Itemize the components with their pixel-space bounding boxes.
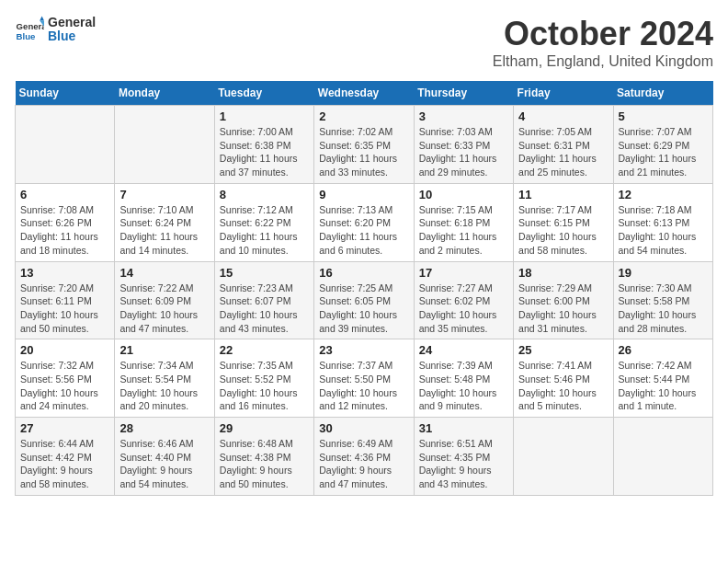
day-number: 18 (518, 266, 608, 280)
day-number: 6 (20, 188, 109, 201)
day-cell: 18Sunrise: 7:29 AM Sunset: 6:00 PM Dayli… (514, 261, 613, 339)
svg-text:Blue: Blue (17, 31, 36, 41)
day-number: 30 (319, 421, 408, 435)
day-cell: 6Sunrise: 7:08 AM Sunset: 6:26 PM Daylig… (16, 183, 115, 261)
day-info: Sunrise: 7:05 AM Sunset: 6:31 PM Dayligh… (518, 125, 608, 179)
day-cell (16, 106, 115, 184)
day-number: 28 (119, 421, 209, 435)
day-number: 22 (220, 343, 309, 357)
page-header: General Blue General Blue October 2024 E… (15, 15, 713, 70)
day-cell: 25Sunrise: 7:41 AM Sunset: 5:46 PM Dayli… (514, 339, 613, 418)
week-row-1: 1Sunrise: 7:00 AM Sunset: 6:38 PM Daylig… (16, 106, 713, 184)
day-cell: 16Sunrise: 7:25 AM Sunset: 6:05 PM Dayli… (314, 261, 414, 339)
day-cell: 24Sunrise: 7:39 AM Sunset: 5:48 PM Dayli… (414, 339, 513, 418)
week-row-4: 20Sunrise: 7:32 AM Sunset: 5:56 PM Dayli… (16, 339, 713, 418)
week-row-2: 6Sunrise: 7:08 AM Sunset: 6:26 PM Daylig… (16, 183, 713, 261)
header-day-wednesday: Wednesday (314, 81, 414, 106)
day-cell (115, 106, 214, 184)
day-number: 3 (419, 109, 508, 123)
day-number: 4 (518, 109, 608, 123)
day-info: Sunrise: 7:39 AM Sunset: 5:48 PM Dayligh… (419, 359, 508, 413)
day-cell: 7Sunrise: 7:10 AM Sunset: 6:24 PM Daylig… (115, 183, 214, 261)
day-cell: 29Sunrise: 6:48 AM Sunset: 4:38 PM Dayli… (214, 418, 313, 496)
day-cell: 31Sunrise: 6:51 AM Sunset: 4:35 PM Dayli… (414, 418, 513, 496)
day-number: 27 (20, 421, 109, 435)
day-cell: 21Sunrise: 7:34 AM Sunset: 5:54 PM Dayli… (115, 339, 214, 418)
header-day-sunday: Sunday (16, 81, 115, 106)
day-cell: 1Sunrise: 7:00 AM Sunset: 6:38 PM Daylig… (214, 106, 313, 184)
day-cell: 28Sunrise: 6:46 AM Sunset: 4:40 PM Dayli… (115, 418, 214, 496)
day-info: Sunrise: 7:07 AM Sunset: 6:29 PM Dayligh… (619, 125, 708, 179)
day-number: 10 (419, 188, 508, 201)
day-cell: 23Sunrise: 7:37 AM Sunset: 5:50 PM Dayli… (314, 339, 414, 418)
day-number: 13 (20, 266, 109, 280)
week-row-5: 27Sunrise: 6:44 AM Sunset: 4:42 PM Dayli… (16, 418, 713, 496)
day-info: Sunrise: 7:22 AM Sunset: 6:09 PM Dayligh… (119, 282, 209, 336)
day-number: 23 (319, 343, 408, 357)
day-number: 20 (20, 343, 109, 357)
day-cell: 14Sunrise: 7:22 AM Sunset: 6:09 PM Dayli… (115, 261, 214, 339)
day-cell: 17Sunrise: 7:27 AM Sunset: 6:02 PM Dayli… (414, 261, 513, 339)
header-day-thursday: Thursday (414, 81, 513, 106)
calendar-header: SundayMondayTuesdayWednesdayThursdayFrid… (16, 81, 713, 106)
day-info: Sunrise: 7:13 AM Sunset: 6:20 PM Dayligh… (319, 203, 408, 258)
day-cell: 2Sunrise: 7:02 AM Sunset: 6:35 PM Daylig… (314, 106, 414, 184)
day-number: 21 (119, 343, 209, 357)
day-number: 7 (119, 188, 209, 201)
day-cell: 10Sunrise: 7:15 AM Sunset: 6:18 PM Dayli… (414, 183, 513, 261)
day-info: Sunrise: 7:17 AM Sunset: 6:15 PM Dayligh… (518, 203, 608, 258)
day-cell: 30Sunrise: 6:49 AM Sunset: 4:36 PM Dayli… (314, 418, 414, 496)
day-cell: 19Sunrise: 7:30 AM Sunset: 5:58 PM Dayli… (613, 261, 712, 339)
day-info: Sunrise: 7:10 AM Sunset: 6:24 PM Dayligh… (119, 203, 209, 258)
header-day-monday: Monday (115, 81, 214, 106)
day-info: Sunrise: 7:03 AM Sunset: 6:33 PM Dayligh… (419, 125, 508, 179)
header-row: SundayMondayTuesdayWednesdayThursdayFrid… (16, 81, 713, 106)
day-info: Sunrise: 6:48 AM Sunset: 4:38 PM Dayligh… (220, 437, 309, 491)
day-info: Sunrise: 6:44 AM Sunset: 4:42 PM Dayligh… (20, 437, 109, 491)
day-info: Sunrise: 7:30 AM Sunset: 5:58 PM Dayligh… (619, 282, 708, 336)
day-cell: 9Sunrise: 7:13 AM Sunset: 6:20 PM Daylig… (314, 183, 414, 261)
logo: General Blue General Blue (15, 15, 96, 44)
day-cell: 8Sunrise: 7:12 AM Sunset: 6:22 PM Daylig… (214, 183, 313, 261)
day-cell: 4Sunrise: 7:05 AM Sunset: 6:31 PM Daylig… (514, 106, 613, 184)
day-info: Sunrise: 7:27 AM Sunset: 6:02 PM Dayligh… (419, 282, 508, 336)
day-info: Sunrise: 7:42 AM Sunset: 5:44 PM Dayligh… (619, 359, 708, 413)
day-cell: 15Sunrise: 7:23 AM Sunset: 6:07 PM Dayli… (214, 261, 313, 339)
day-info: Sunrise: 7:25 AM Sunset: 6:05 PM Dayligh… (319, 282, 408, 336)
day-cell: 26Sunrise: 7:42 AM Sunset: 5:44 PM Dayli… (613, 339, 712, 418)
day-number: 12 (619, 188, 708, 201)
day-info: Sunrise: 6:51 AM Sunset: 4:35 PM Dayligh… (419, 437, 508, 491)
day-info: Sunrise: 7:12 AM Sunset: 6:22 PM Dayligh… (220, 203, 309, 258)
day-info: Sunrise: 7:20 AM Sunset: 6:11 PM Dayligh… (20, 282, 109, 336)
day-number: 14 (119, 266, 209, 280)
day-info: Sunrise: 7:37 AM Sunset: 5:50 PM Dayligh… (319, 359, 408, 413)
day-number: 31 (419, 421, 508, 435)
location: Eltham, England, United Kingdom (493, 53, 713, 70)
day-info: Sunrise: 7:32 AM Sunset: 5:56 PM Dayligh… (20, 359, 109, 413)
day-cell: 5Sunrise: 7:07 AM Sunset: 6:29 PM Daylig… (613, 106, 712, 184)
day-number: 25 (518, 343, 608, 357)
week-row-3: 13Sunrise: 7:20 AM Sunset: 6:11 PM Dayli… (16, 261, 713, 339)
logo-general: General (48, 16, 96, 29)
day-number: 19 (619, 266, 708, 280)
header-day-friday: Friday (514, 81, 613, 106)
header-day-tuesday: Tuesday (214, 81, 313, 106)
day-info: Sunrise: 7:23 AM Sunset: 6:07 PM Dayligh… (220, 282, 309, 336)
day-cell: 20Sunrise: 7:32 AM Sunset: 5:56 PM Dayli… (16, 339, 115, 418)
day-info: Sunrise: 7:08 AM Sunset: 6:26 PM Dayligh… (20, 203, 109, 258)
svg-marker-2 (40, 17, 44, 21)
day-info: Sunrise: 6:49 AM Sunset: 4:36 PM Dayligh… (319, 437, 408, 491)
title-block: October 2024 Eltham, England, United Kin… (493, 15, 713, 70)
day-number: 29 (220, 421, 309, 435)
day-info: Sunrise: 7:34 AM Sunset: 5:54 PM Dayligh… (119, 359, 209, 413)
day-info: Sunrise: 7:29 AM Sunset: 6:00 PM Dayligh… (518, 282, 608, 336)
day-number: 2 (319, 109, 408, 123)
day-number: 11 (518, 188, 608, 201)
logo-blue: Blue (48, 29, 96, 43)
day-cell: 12Sunrise: 7:18 AM Sunset: 6:13 PM Dayli… (613, 183, 712, 261)
svg-text:General: General (17, 21, 44, 31)
calendar-table: SundayMondayTuesdayWednesdayThursdayFrid… (15, 81, 713, 496)
month-title: October 2024 (493, 15, 713, 53)
day-number: 5 (619, 109, 708, 123)
day-cell: 13Sunrise: 7:20 AM Sunset: 6:11 PM Dayli… (16, 261, 115, 339)
